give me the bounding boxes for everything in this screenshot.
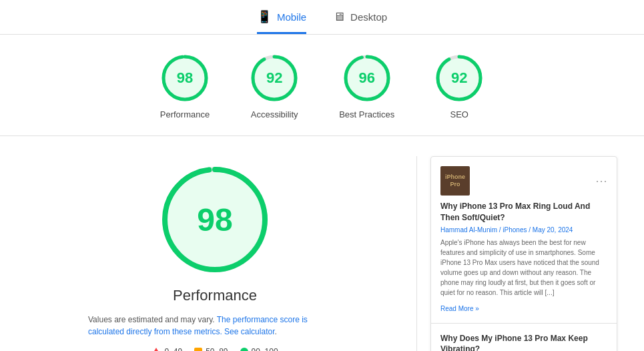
right-panel: iPhonePro ⋯ Why iPhone 13 Pro Max Ring L…: [430, 156, 617, 351]
average-icon: [194, 348, 202, 351]
desktop-icon: 🖥: [333, 10, 345, 24]
legend-pass: 90–100: [240, 347, 278, 351]
best-practices-label: Best Practices: [339, 109, 394, 119]
large-perf-title: Performance: [173, 287, 257, 304]
tabs-bar: 📱 Mobile 🖥 Desktop: [0, 0, 644, 35]
legend-average: 50–89: [194, 347, 228, 351]
large-score-value: 98: [197, 202, 232, 238]
performance-score: 98: [177, 69, 193, 87]
article-2-title: Why Does My iPhone 13 Pro Max Keep Vibra…: [440, 333, 607, 351]
accessibility-circle: 92: [250, 53, 299, 103]
performance-circle: 98: [160, 53, 210, 103]
legend-fail-range: 0–49: [164, 347, 182, 351]
accessibility-score: 92: [266, 69, 282, 87]
legend-average-range: 50–89: [206, 347, 228, 351]
score-cards: 98 Performance 92 Accessibility 96 Best …: [0, 35, 644, 135]
seo-score: 92: [451, 69, 467, 87]
tab-desktop-label: Desktop: [350, 11, 387, 23]
seo-label: SEO: [450, 109, 468, 119]
calculator-link[interactable]: See calculator: [224, 327, 274, 336]
mobile-icon: 📱: [257, 9, 272, 24]
large-performance-circle: 98: [158, 163, 272, 276]
legend-pass-range: 90–100: [252, 347, 278, 351]
article-1-menu[interactable]: ⋯: [595, 173, 607, 188]
article-1-title: Why iPhone 13 Pro Max Ring Loud And Then…: [440, 201, 607, 224]
article-card-2: Why Does My iPhone 13 Pro Max Keep Vibra…: [431, 324, 617, 351]
article-1-excerpt: Apple's iPhone has always been the best …: [440, 238, 607, 298]
vertical-divider: [416, 156, 417, 351]
score-card-seo[interactable]: 92 SEO: [434, 53, 484, 119]
score-card-performance[interactable]: 98 Performance: [160, 53, 210, 119]
tab-desktop[interactable]: 🖥 Desktop: [333, 10, 387, 34]
article-1-thumbnail: iPhonePro: [440, 166, 470, 196]
score-card-best-practices[interactable]: 96 Best Practices: [339, 53, 394, 119]
tab-mobile[interactable]: 📱 Mobile: [257, 9, 306, 34]
accessibility-label: Accessibility: [251, 109, 298, 119]
info-text: Values are estimated and may vary. The p…: [88, 314, 342, 338]
main-content: 98 Performance Values are estimated and …: [0, 136, 644, 351]
best-practices-circle: 96: [342, 53, 392, 103]
left-panel: 98 Performance Values are estimated and …: [27, 149, 403, 351]
info-static: Values are estimated and may vary.: [88, 315, 215, 324]
best-practices-score: 96: [358, 69, 374, 87]
legend: 0–49 50–89 90–100: [151, 347, 278, 351]
pass-icon: [240, 348, 248, 351]
fail-icon: [151, 348, 161, 351]
article-1-meta: Hammad Al-Munim / iPhones / May 20, 2024: [440, 226, 607, 234]
article-1-header: iPhonePro ⋯: [440, 166, 607, 196]
performance-label: Performance: [160, 109, 210, 119]
article-card-1: iPhonePro ⋯ Why iPhone 13 Pro Max Ring L…: [431, 157, 617, 324]
article-1-read-more[interactable]: Read More »: [440, 305, 479, 312]
tab-mobile-label: Mobile: [277, 11, 306, 23]
legend-fail: 0–49: [151, 347, 182, 351]
score-card-accessibility[interactable]: 92 Accessibility: [250, 53, 299, 119]
seo-circle: 92: [434, 53, 484, 103]
